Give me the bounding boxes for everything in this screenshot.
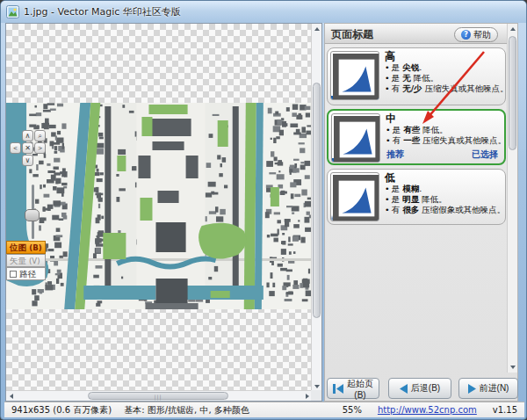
quality-high-thumbnail [330,51,379,100]
bitmap-label: 位图 [10,243,26,252]
option-bullet: •是 模糊. [385,184,505,194]
panel-scrollbar[interactable] [507,24,517,373]
option-bullet: •是 尖锐. [385,62,509,73]
back-arrow-icon [400,384,408,394]
pan-up-icon: ∧ [25,132,31,140]
quality-option-medium[interactable]: 中 •是 有些 降低。 •有 一些 压缩失真或其他噪点。 推荐 已选择 [327,109,506,165]
start-page-button[interactable]: 起始页(B) [327,378,379,399]
option-bullet: •是 有些 降低。 [386,125,506,135]
vector-shortcut: (V) [29,257,40,265]
pan-down-button[interactable]: ∨ [22,155,33,166]
pan-center-button[interactable]: ✕ [22,142,33,154]
panel-scroll-up-icon[interactable] [508,24,518,34]
option-bullet: •有 一些 压缩失真或其他噪点。 [386,135,506,146]
option-title: 低 [385,172,505,184]
zoom-slider-knob[interactable] [25,209,40,221]
app-icon [6,5,19,18]
scroll-left-icon[interactable] [6,391,17,402]
horizontal-scroll-thumb[interactable]: ||| [88,392,228,400]
question-icon: ? [461,30,471,40]
pan-left-icon: < [13,144,18,152]
bitmap-badge-icon [333,54,379,100]
version-text: v1.15 [493,405,517,415]
path-checkbox[interactable] [10,271,17,278]
zoom-reset-button[interactable]: ⌕ [34,130,46,141]
pan-left-button[interactable]: < [10,142,21,154]
pan-right-button[interactable]: > [34,142,46,154]
selected-badge: 已选择 [472,148,498,161]
vector-label: 矢量 [10,256,26,265]
quality-option-low[interactable]: 低 •是 模糊. •是 明显 降低。 •有 很多 压缩假象或其他噪点。 [327,169,506,225]
quality-option-high[interactable]: 高 •是 尖锐. •是 无 降低。 •有 无/少 压缩失真或其他噪点。 [327,47,506,105]
bitmap-shortcut: (B) [29,243,41,252]
option-title: 中 [386,113,506,125]
canvas-horizontal-scrollbar[interactable]: ||| [6,390,313,401]
view-path-toggle[interactable]: 路径 [6,267,46,280]
next-button[interactable]: 前进(N) [458,378,518,399]
start-page-label: 起始页(B) [347,378,373,400]
option-title: 高 [385,51,509,62]
option-bullet: •是 明显 降低。 [385,194,505,205]
statusbar: 941x635 (0.6 百万像素) 基本: 图形/抗锯齿, 中, 多种颜色 5… [4,402,524,417]
back-button[interactable]: 后退(B) [388,378,451,399]
vectorize-mode-text: 基本: 图形/抗锯齿, 中, 多种颜色 [124,404,249,416]
option-bullet: •有 很多 压缩假象或其他噪点。 [385,205,505,215]
scroll-grip: ||| [154,393,162,399]
next-label: 前进(N) [480,382,509,395]
help-button[interactable]: ? 帮助 [454,27,498,42]
path-label: 路径 [19,269,36,279]
back-label: 后退(B) [411,382,440,395]
quality-medium-thumbnail [331,113,380,163]
image-size-text: 941x635 (0.6 百万像素) [11,404,112,416]
help-label: 帮助 [473,29,491,41]
zoom-level-text: 55% [343,405,362,415]
window-title: 1.jpg - Vector Magic 华印社区专版 [24,5,181,18]
pan-up-button[interactable]: ∧ [22,130,33,141]
scrollbar-corner [311,390,321,401]
pan-center-icon: ✕ [25,144,31,152]
vertical-scroll-thumb[interactable] [313,83,321,318]
panel-scroll-thumb[interactable] [509,36,516,150]
pan-down-icon: ∨ [25,156,31,164]
app-window: 1.jpg - Vector Magic 华印社区专版 [0,0,527,420]
map-preview-image[interactable] [6,103,313,309]
forward-arrow-icon [468,384,476,394]
bitmap-badge-icon [334,116,380,163]
options-panel: 页面标题 ? 帮助 高 •是 尖锐. •是 无 降低。 •有 无/少 压缩失真或 [324,23,518,402]
quality-low-thumbnail [330,172,379,221]
canvas-vertical-scrollbar[interactable] [311,24,321,392]
option-bullet: •是 无 降低。 [385,73,509,83]
image-canvas[interactable]: ∧ ⌕ < ✕ > ∨ 位图 (B) 矢量 (V) 路径 ||| [5,23,322,402]
panel-scroll-down-icon[interactable] [508,362,518,373]
pan-right-icon: > [38,144,42,152]
website-link[interactable]: http://www.52cnp.com [378,405,477,415]
view-vector-button[interactable]: 矢量 (V) [6,254,46,267]
skip-start-icon [333,384,343,394]
recommended-badge: 推荐 [386,148,404,161]
zoom-icon: ⌕ [38,132,41,140]
scroll-up-icon[interactable] [312,24,322,34]
view-bitmap-button[interactable]: 位图 (B) [6,241,46,254]
titlebar[interactable]: 1.jpg - Vector Magic 华印社区专版 [1,1,526,23]
panel-title: 页面标题 [331,28,373,40]
option-bullet: •有 无/少 压缩失真或其他噪点。 [385,83,509,94]
bitmap-badge-icon [333,175,379,221]
